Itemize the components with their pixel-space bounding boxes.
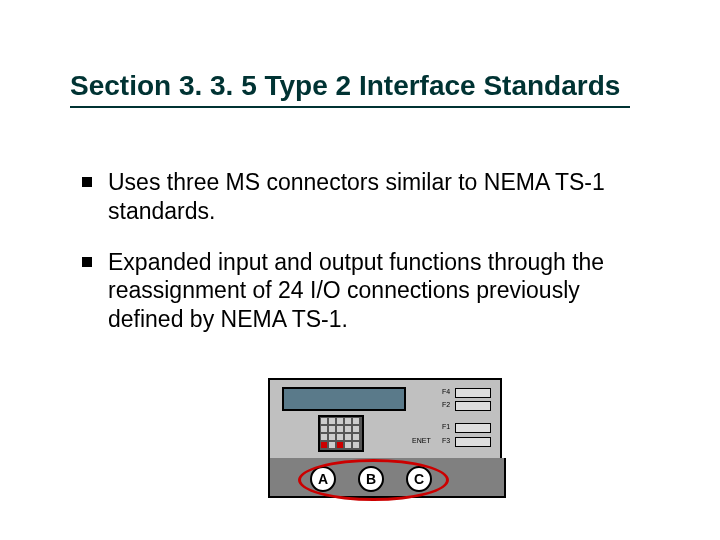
bullet-square-icon [82,257,92,267]
list-item: Uses three MS connectors similar to NEMA… [82,168,622,226]
enter-label: ENET [412,437,431,444]
fn-label: F3 [442,437,450,444]
bullet-text: Uses three MS connectors similar to NEMA… [104,168,622,226]
fn-button [455,401,491,411]
fn-label: F1 [442,423,450,430]
list-item: Expanded input and output functions thro… [82,248,622,334]
keypad [318,415,364,452]
controller-illustration: F4 F2 F1 ENET F3 A B C [268,378,502,460]
bullet-text: Expanded input and output functions thro… [104,248,622,334]
fn-label: F4 [442,388,450,395]
fn-button [455,423,491,433]
highlight-oval-icon [298,459,449,501]
slide: Section 3. 3. 5 Type 2 Interface Standar… [0,0,720,540]
controller-face: F4 F2 F1 ENET F3 [268,378,502,460]
bullet-list: Uses three MS connectors similar to NEMA… [82,168,622,356]
bullet-square-icon [82,177,92,187]
fn-button [455,437,491,447]
fn-label: F2 [442,401,450,408]
slide-title: Section 3. 3. 5 Type 2 Interface Standar… [70,70,630,108]
fn-button [455,388,491,398]
lcd-screen [282,387,406,411]
